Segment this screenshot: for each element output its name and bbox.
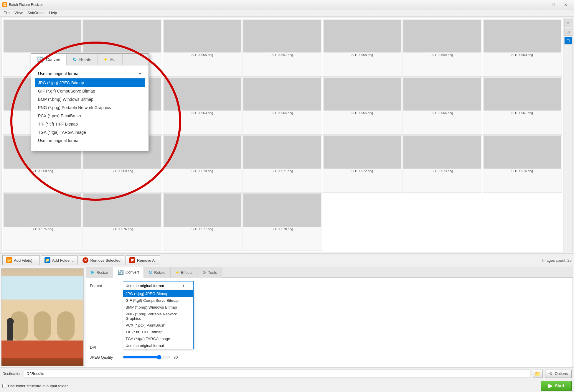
rotate-tab-label: Rotate [154,270,165,275]
popup-tab-convert[interactable]: 🔄 Convert [31,54,67,65]
tab-effects[interactable]: ✦ Effects [171,267,198,278]
folder-structure-row: Use folder structure in output folder [2,384,68,388]
settings-option-original[interactable]: Use the original format [123,342,193,349]
image-thumb[interactable]: SH100567.png [483,77,562,135]
menu-softorbits[interactable]: SoftOrbits [25,10,47,16]
convert-popup: 🔄 Convert ↻ Rotate ✦ E... Use the origin… [31,53,149,151]
image-grid-area: SH100553.pngSH100554.pngSH100555.pngSH10… [1,18,573,252]
popup-tab-rotate-label: Rotate [79,57,91,62]
sidebar-btn-3[interactable]: ⊟ [564,37,572,45]
image-thumb[interactable]: SH100578.png [243,193,322,251]
image-thumb[interactable]: SH100573.png [403,135,482,193]
thumb-label: SH100573.png [431,169,453,173]
add-folder-button[interactable]: 📁 Add Folder... [41,255,78,265]
popup-option-jpg[interactable]: JPG (*.jpg) JPEG Bitmap [35,79,145,87]
popup-tab-effects[interactable]: ✦ E... [98,54,123,65]
popup-option-tif[interactable]: TIF (*.tif) TIFF Bitmap [35,120,145,128]
menu-bar: File View SoftOrbits Help [0,9,574,17]
app-title: Batch Picture Resizer [9,3,43,7]
popup-option-tga[interactable]: TGA (*.tga) TARGA Image [35,128,145,136]
preview-panel [1,268,84,366]
dpi-label: DPI [90,345,119,350]
image-thumb[interactable]: SH100570.png [163,135,242,193]
settings-option-bmp[interactable]: BMP (*.bmp) Windows Bitmap [123,304,193,311]
settings-option-pcx[interactable]: PCX (*.pcx) PaintBrush [123,322,193,329]
settings-panel: ⊞ Resize 🔄 Convert ↻ Rotate ✦ Effects ⚙ [85,267,574,367]
image-thumb[interactable]: SH100560.png [483,19,562,77]
image-thumb[interactable]: SH100565.png [323,77,402,135]
popup-option-pcx[interactable]: PCX (*.pcx) PaintBrush [35,112,145,120]
image-thumb[interactable]: SH100558.png [323,19,402,77]
convert-tab-icon: 🔄 [37,56,44,63]
image-thumb[interactable]: SH100557.png [243,19,322,77]
thumb-label: SH100565.png [352,111,373,115]
format-select-box[interactable]: Use the original format ▼ [123,281,194,290]
image-thumb[interactable]: SH100576.png [83,193,162,251]
preview-svg [1,269,83,366]
image-thumb[interactable]: SH100571.png [243,135,322,193]
popup-option-png[interactable]: PNG (*.png) Portable Network Graphics [35,103,145,112]
restore-button[interactable]: □ [547,0,559,9]
image-thumb[interactable]: SH100564.png [243,77,322,135]
start-button[interactable]: ▶ Start [541,381,572,391]
svg-rect-5 [57,311,75,340]
popup-tab-effects-label: E... [110,57,116,62]
destination-browse-button[interactable]: 📁 [533,370,543,378]
format-current-value: Use the original format [126,284,164,288]
add-files-button[interactable]: 📂 Add File(s)... [2,255,39,265]
sidebar-btn-2[interactable]: ⊞ [564,28,572,36]
format-chevron-icon: ▼ [182,284,185,287]
image-thumb[interactable]: SH100559.png [403,19,482,77]
popup-format-select[interactable]: Use the original format ▼ [35,69,145,78]
settings-option-tga[interactable]: TGA (*.tga) TARGA Image [123,335,193,342]
add-files-label: Add File(s)... [14,258,36,263]
start-label: Start [555,383,564,388]
options-button[interactable]: ⚙ Options [545,370,572,378]
close-button[interactable]: ✕ [560,0,572,9]
thumb-label: SH100576.png [111,227,133,231]
folder-structure-checkbox[interactable] [2,384,6,388]
format-dropdown-list: JPG (*.jpg) JPEG Bitmap GIF (*.gif) Comp… [123,290,194,349]
settings-option-jpg[interactable]: JPG (*.jpg) JPEG Bitmap [123,290,193,297]
menu-file[interactable]: File [1,10,12,16]
svg-rect-6 [1,340,83,358]
image-thumb[interactable]: SH100566.png [403,77,482,135]
remove-all-button[interactable]: ✖ Remove All [126,255,160,265]
image-thumb[interactable]: SH100575.png [3,193,82,251]
thumb-label: SH100570.png [192,169,213,173]
add-files-icon: 📂 [6,257,12,263]
settings-option-tif[interactable]: TIF (*.tif) TIFF Bitmap [123,329,193,335]
tab-convert[interactable]: 🔄 Convert [113,267,144,278]
minimize-button[interactable]: ─ [535,0,547,9]
settings-option-gif[interactable]: GIF (*.gif) CompuServe Bitmap [123,297,193,304]
thumb-label: SH100557.png [271,53,293,57]
destination-input[interactable] [24,370,530,378]
thumb-label: SH100567.png [512,111,533,115]
popup-option-gif[interactable]: GIF (*.gif) CompuServe Bitmap [35,87,145,95]
tab-rotate[interactable]: ↻ Rotate [144,267,170,278]
convert-icon: 🔄 [118,269,124,275]
menu-help[interactable]: Help [47,10,60,16]
image-thumb[interactable]: SH100572.png [323,135,402,193]
sidebar-btn-1[interactable]: ≡ [564,19,572,27]
settings-option-png[interactable]: PNG (*.png) Portable Network Graphics [123,311,193,322]
svg-point-8 [7,318,14,325]
jpeg-quality-slider[interactable] [123,355,170,360]
thumb-label: SH100555.png [192,53,213,57]
tab-resize[interactable]: ⊞ Resize [86,267,113,278]
popup-option-bmp[interactable]: BMP (*.bmp) Windows Bitmap [35,95,145,103]
popup-tab-rotate[interactable]: ↻ Rotate [67,54,98,65]
image-thumb[interactable]: SH100574.png [483,135,562,193]
remove-selected-button[interactable]: ✕ Remove Selected [79,255,124,265]
tab-tools[interactable]: ⚙ Tools [197,267,222,278]
menu-view[interactable]: View [12,10,25,16]
jpeg-quality-value: 80 [174,355,178,360]
thumb-label: SH100564.png [271,111,293,115]
popup-option-original[interactable]: Use the original format [35,136,145,145]
image-thumb[interactable]: SH100577.png [163,193,242,251]
popup-format-current: Use the original format [38,71,80,76]
sidebar-right: ≡ ⊞ ⊟ [563,18,573,252]
title-bar: 🖼 Batch Picture Resizer ─ □ ✕ [0,0,574,9]
image-thumb[interactable]: SH100563.png [163,77,242,135]
image-thumb[interactable]: SH100555.png [163,19,242,77]
